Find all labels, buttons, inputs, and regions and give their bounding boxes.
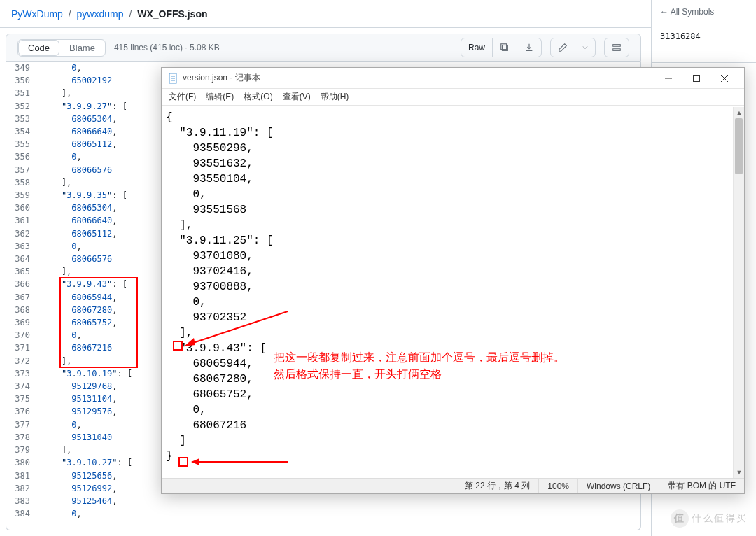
line-number: 356 <box>6 150 41 163</box>
line-number: 366 <box>6 278 41 290</box>
scroll-down-icon[interactable]: ▼ <box>734 467 744 478</box>
line-number: 383 <box>6 495 41 507</box>
all-symbols-back[interactable]: ← All Symbols <box>652 0 756 24</box>
line-number: 357 <box>6 164 41 176</box>
code-line: 384 0, <box>6 507 640 520</box>
breadcrumb-sep: / <box>69 8 71 20</box>
line-content: 0, <box>41 507 640 520</box>
line-number: 380 <box>6 456 41 469</box>
edit-dropdown-icon[interactable] <box>575 38 596 57</box>
line-number: 362 <box>6 227 41 240</box>
line-number: 367 <box>6 291 41 304</box>
close-icon[interactable] <box>710 69 738 88</box>
menu-edit[interactable]: 编辑(E) <box>206 91 234 103</box>
notepad-statusbar: 第 22 行，第 4 列 100% Windows (CRLF) 带有 BOM … <box>162 478 744 493</box>
line-number: 361 <box>6 214 41 227</box>
menu-view[interactable]: 查看(V) <box>283 91 311 103</box>
line-number: 355 <box>6 138 41 150</box>
line-number: 377 <box>6 418 41 431</box>
copy-icon[interactable] <box>493 38 517 57</box>
status-position: 第 22 行，第 4 列 <box>162 479 538 493</box>
selected-symbol: 31316284 <box>652 24 756 48</box>
notepad-titlebar[interactable]: version.json - 记事本 <box>162 68 744 89</box>
watermark-icon: 值 <box>671 509 689 528</box>
line-number: 373 <box>6 367 41 380</box>
breadcrumb-repo[interactable]: PyWxDump <box>11 8 63 20</box>
watermark: 值 什么值得买 <box>671 509 748 528</box>
line-number: 359 <box>6 189 41 202</box>
line-number: 374 <box>6 380 41 393</box>
code-tab[interactable]: Code <box>18 40 59 56</box>
symbols-icon[interactable] <box>604 38 629 57</box>
notepad-menu: 文件(F) 编辑(E) 格式(O) 查看(V) 帮助(H) <box>162 89 744 106</box>
line-number: 360 <box>6 202 41 214</box>
scroll-up-icon[interactable]: ▲ <box>734 107 744 118</box>
line-content: 95125464, <box>41 495 640 507</box>
status-zoom: 100% <box>538 479 578 493</box>
menu-format[interactable]: 格式(O) <box>244 91 272 103</box>
line-number: 379 <box>6 444 41 456</box>
line-number: 364 <box>6 253 41 265</box>
raw-group: Raw <box>461 38 542 57</box>
line-number: 372 <box>6 355 41 367</box>
edit-icon[interactable] <box>550 38 575 57</box>
status-eol: Windows (CRLF) <box>578 479 659 493</box>
download-icon[interactable] <box>517 38 542 57</box>
line-number: 371 <box>6 341 41 354</box>
scrollbar[interactable]: ▲ ▼ <box>733 107 744 478</box>
menu-help[interactable]: 帮助(H) <box>321 91 349 103</box>
notepad-window: version.json - 记事本 文件(F) 编辑(E) 格式(O) 查看(… <box>161 67 745 494</box>
file-meta: 415 lines (415 loc) · 5.08 KB <box>114 43 220 52</box>
maximize-icon[interactable] <box>682 69 710 88</box>
svg-rect-3 <box>613 49 621 51</box>
line-number: 363 <box>6 240 41 253</box>
line-number: 378 <box>6 431 41 444</box>
blame-tab[interactable]: Blame <box>59 40 105 56</box>
line-number: 382 <box>6 482 41 495</box>
view-toggle: Code Blame <box>18 39 106 57</box>
breadcrumb-sep: / <box>129 8 132 20</box>
annotation-marker <box>178 457 188 467</box>
breadcrumb: PyWxDump / pywxdump / WX_OFFS.json <box>11 8 208 20</box>
blob-toolbar: Code Blame 415 lines (415 loc) · 5.08 KB… <box>6 34 641 62</box>
line-number: 381 <box>6 470 41 482</box>
edit-group <box>550 38 596 57</box>
raw-button[interactable]: Raw <box>461 38 493 57</box>
notepad-body[interactable]: { "3.9.11.19": [ 93550296, 93551632, 935… <box>162 107 744 478</box>
line-number: 369 <box>6 316 41 329</box>
line-number: 375 <box>6 393 41 405</box>
line-number: 384 <box>6 507 41 520</box>
menu-file[interactable]: 文件(F) <box>169 91 196 103</box>
watermark-text: 什么值得买 <box>692 512 748 525</box>
svg-rect-9 <box>694 75 700 81</box>
line-number: 354 <box>6 125 41 138</box>
svg-rect-2 <box>613 45 621 47</box>
annotation-marker <box>173 341 183 351</box>
line-number: 351 <box>6 87 41 99</box>
code-line: 383 95125464, <box>6 495 640 507</box>
breadcrumb-dir[interactable]: pywxdump <box>77 8 124 20</box>
line-number: 349 <box>6 62 41 74</box>
scroll-thumb[interactable] <box>735 118 743 174</box>
line-number: 358 <box>6 176 41 189</box>
line-number: 370 <box>6 329 41 341</box>
line-number: 353 <box>6 113 41 125</box>
document-icon <box>167 73 178 84</box>
notepad-content[interactable]: { "3.9.11.19": [ 93550296, 93551632, 935… <box>162 107 744 467</box>
line-number: 352 <box>6 100 41 113</box>
minimize-icon[interactable] <box>654 69 682 88</box>
line-number: 365 <box>6 265 41 278</box>
status-encoding: 带有 BOM 的 UTF <box>659 479 744 493</box>
line-number: 376 <box>6 405 41 418</box>
file-header: PyWxDump / pywxdump / WX_OFFS.json ↑ Top <box>0 0 756 28</box>
line-number: 368 <box>6 304 41 316</box>
line-number: 350 <box>6 74 41 87</box>
window-title: version.json - 记事本 <box>183 72 654 84</box>
breadcrumb-file: WX_OFFS.json <box>137 8 207 20</box>
